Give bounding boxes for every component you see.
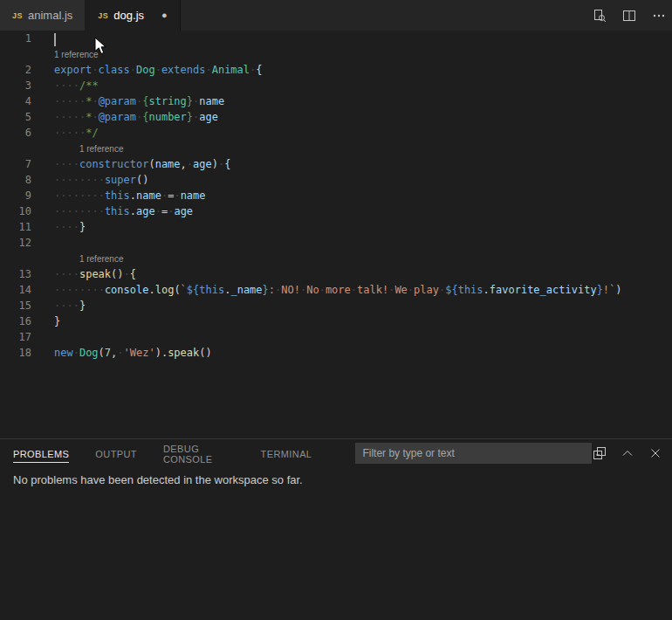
- code-line[interactable]: ····constructor(name,·age)·{: [54, 156, 230, 172]
- editor-actions: [592, 0, 672, 31]
- code-line[interactable]: ········this.age·=·age: [54, 203, 193, 219]
- line-number[interactable]: 8: [0, 172, 54, 188]
- code-lines: 11 reference2export·class·Dog·extends·An…: [0, 31, 672, 361]
- line-number[interactable]: 10: [0, 203, 54, 219]
- code-line[interactable]: ········super(): [54, 172, 148, 188]
- code-line[interactable]: ·····*·@param·{string}·name: [54, 93, 224, 109]
- code-line[interactable]: export·class·Dog·extends·Animal·{: [54, 62, 263, 78]
- collapse-all-icon[interactable]: [592, 445, 607, 461]
- line-number[interactable]: 15: [0, 298, 54, 313]
- bottom-panel: PROBLEMSOUTPUTDEBUG CONSOLETERMINAL: [0, 438, 672, 620]
- panel-tab-debug-console[interactable]: DEBUG CONSOLE: [163, 439, 235, 467]
- code-line[interactable]: ·····*·@param·{number}·age: [54, 109, 218, 125]
- line-number[interactable]: 4: [0, 93, 54, 109]
- tab-label: animal.js: [28, 9, 72, 22]
- editor-tabs: JSanimal.jsJSdog.js●: [0, 0, 181, 31]
- line-number[interactable]: 2: [0, 62, 54, 78]
- gutter: [0, 46, 54, 62]
- code-line[interactable]: ····/**: [54, 78, 99, 93]
- js-file-icon: JS: [98, 11, 108, 20]
- code-line[interactable]: ····}: [54, 219, 86, 235]
- panel-tab-output[interactable]: OUTPUT: [95, 444, 137, 462]
- problems-message: No problems have been detected in the wo…: [0, 467, 672, 486]
- js-file-icon: JS: [12, 11, 23, 20]
- open-preview-icon[interactable]: [592, 8, 607, 24]
- panel-tabs: PROBLEMSOUTPUTDEBUG CONSOLETERMINAL: [13, 439, 338, 467]
- line-number[interactable]: 18: [0, 345, 54, 361]
- line-number[interactable]: 9: [0, 188, 54, 203]
- codelens-reference[interactable]: 1 reference: [54, 46, 99, 62]
- code-editor[interactable]: 11 reference2export·class·Dog·extends·An…: [0, 31, 672, 438]
- line-number[interactable]: 14: [0, 282, 54, 298]
- line-number[interactable]: 7: [0, 156, 54, 172]
- maximize-panel-chevron-up-icon[interactable]: [620, 445, 635, 461]
- gutter: [0, 251, 54, 266]
- panel-tab-terminal[interactable]: TERMINAL: [261, 444, 312, 462]
- code-line[interactable]: ····}: [54, 298, 86, 313]
- editor-tab-dog-js[interactable]: JSdog.js●: [86, 0, 180, 31]
- line-number[interactable]: 17: [0, 329, 54, 345]
- line-number[interactable]: 5: [0, 109, 54, 125]
- line-number[interactable]: 11: [0, 219, 54, 235]
- line-number[interactable]: 13: [0, 266, 54, 282]
- tab-label: dog.js: [113, 9, 144, 22]
- line-number[interactable]: 12: [0, 235, 54, 251]
- code-line[interactable]: ····speak()·{: [54, 266, 136, 282]
- line-number[interactable]: 1: [0, 31, 54, 46]
- gutter: [0, 141, 54, 156]
- code-line[interactable]: }: [54, 313, 60, 329]
- codelens-reference[interactable]: 1 reference: [54, 251, 123, 266]
- code-line[interactable]: ········console.log(`${this._name}:·NO!·…: [54, 282, 622, 298]
- panel-actions: [592, 445, 672, 461]
- modified-dot-icon[interactable]: ●: [161, 10, 168, 20]
- line-number[interactable]: 6: [0, 125, 54, 141]
- text-cursor: [54, 33, 56, 46]
- panel-header: PROBLEMSOUTPUTDEBUG CONSOLETERMINAL: [0, 439, 672, 467]
- line-number[interactable]: 3: [0, 78, 54, 93]
- close-panel-icon[interactable]: [648, 445, 663, 461]
- code-line[interactable]: ········this.name·=·name: [54, 188, 206, 203]
- more-actions-icon[interactable]: [651, 8, 667, 24]
- editor-tab-bar: JSanimal.jsJSdog.js●: [0, 0, 672, 31]
- line-number[interactable]: 16: [0, 313, 54, 329]
- code-line[interactable]: new·Dog(7,·'Wez').speak(): [54, 345, 212, 361]
- split-editor-icon[interactable]: [621, 8, 637, 24]
- codelens-reference[interactable]: 1 reference: [54, 141, 123, 156]
- editor-tab-animal-js[interactable]: JSanimal.js: [0, 0, 86, 31]
- problems-filter-input[interactable]: [355, 443, 592, 464]
- code-line[interactable]: [54, 31, 56, 46]
- panel-tab-problems[interactable]: PROBLEMS: [13, 444, 69, 463]
- code-line[interactable]: ·····*/: [54, 125, 99, 141]
